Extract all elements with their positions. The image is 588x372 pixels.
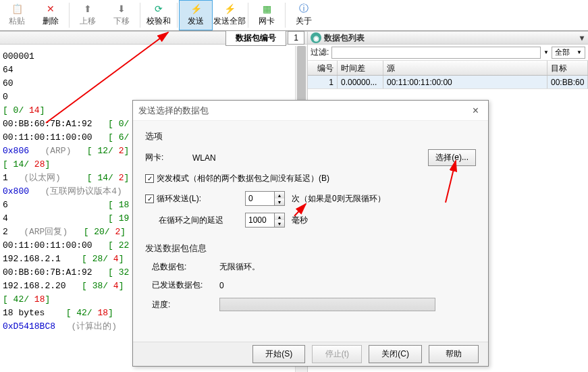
- progress-bar: [219, 298, 435, 311]
- delay-spinner[interactable]: ▲▼: [245, 213, 285, 228]
- nic-label: 网卡:: [145, 152, 192, 163]
- dialog-titlebar: 发送选择的数据包 ×: [133, 101, 488, 121]
- packet-number-label: 数据包编号: [225, 30, 286, 46]
- sendall-label: 发送全部: [213, 16, 246, 27]
- delete-label: 删除: [43, 16, 59, 27]
- send-label: 发送: [188, 16, 204, 27]
- about-button[interactable]: ⓘ关于: [287, 0, 321, 30]
- grid-header: 编号 时间差 源 目标: [308, 61, 588, 76]
- delay-label: 在循环之间的延迟: [145, 215, 245, 226]
- packet-number-value[interactable]: 1: [288, 31, 304, 45]
- about-icon: ⓘ: [298, 3, 310, 14]
- send-dialog: 发送选择的数据包 × 选项 网卡: WLAN 选择(e)... ✓突发模式（相邻…: [132, 100, 489, 367]
- packet-list-title: 数据包列表: [324, 32, 365, 44]
- send-button[interactable]: ⚡发送: [179, 0, 213, 30]
- burst-label: 突发模式（相邻的两个数据包之间没有延迟）(B): [157, 173, 329, 184]
- progress-label: 进度:: [145, 299, 219, 311]
- up-icon: ⬆: [82, 3, 94, 14]
- paste-icon: 📋: [11, 3, 23, 14]
- table-row[interactable]: 1 0.00000... 00:11:00:11:00:00 00:BB:60: [308, 76, 588, 89]
- checksum-button[interactable]: ⟳校验和: [142, 0, 176, 30]
- sent-packets-value: 0: [219, 281, 224, 290]
- col-timediff[interactable]: 时间差: [338, 61, 383, 75]
- filter-input[interactable]: [331, 47, 541, 59]
- hex-line: 000001: [3, 50, 304, 63]
- select-nic-button[interactable]: 选择(e)...: [428, 149, 476, 166]
- filter-bar: 过滤: ▼ 全部▼: [308, 45, 588, 61]
- chevron-down-icon[interactable]: ▾: [576, 33, 588, 43]
- help-button[interactable]: 帮助: [429, 345, 479, 363]
- sent-packets-label: 已发送数据包:: [145, 280, 219, 291]
- moveup-button[interactable]: ⬆上移: [71, 0, 105, 30]
- movedown-button[interactable]: ⬇下移: [105, 0, 138, 30]
- nic-button[interactable]: ▦网卡: [250, 0, 284, 30]
- hex-line: 60: [3, 77, 304, 90]
- delay-input[interactable]: [246, 214, 274, 226]
- close-icon[interactable]: ×: [469, 105, 483, 117]
- sendinfo-section-title: 发送数据包信息: [145, 242, 476, 255]
- sendall-icon: ⚡: [223, 3, 236, 14]
- checksum-icon: ⟳: [153, 3, 165, 14]
- moveup-label: 上移: [80, 16, 96, 27]
- paste-button[interactable]: 📋粘贴: [0, 0, 34, 30]
- cell-time: 0.00000...: [338, 76, 383, 88]
- checksum-label: 校验和: [146, 16, 171, 27]
- paste-label: 粘贴: [9, 16, 25, 27]
- col-number[interactable]: 编号: [308, 61, 338, 75]
- toolbar: 📋粘贴 ✕删除 ⬆上移 ⬇下移 ⟳校验和 ⚡发送 ⚡发送全部 ▦网卡 ⓘ关于: [0, 0, 588, 31]
- list-icon: ◉: [311, 32, 321, 43]
- loop-count-input[interactable]: [246, 192, 274, 205]
- options-section-title: 选项: [145, 130, 476, 142]
- loop-label: 循环发送(L):: [157, 193, 201, 205]
- delay-unit: 毫秒: [292, 215, 308, 226]
- chevron-down-icon[interactable]: ▼: [543, 49, 549, 55]
- packet-list-header: ◉ 数据包列表 ▾: [308, 31, 588, 45]
- total-packets-value: 无限循环。: [219, 261, 260, 273]
- packet-number-bar: 数据包编号 1: [0, 31, 307, 45]
- start-button[interactable]: 开始(S): [252, 345, 305, 363]
- sendall-button[interactable]: ⚡发送全部: [213, 0, 246, 30]
- hex-line: 64: [3, 63, 304, 77]
- loop-count-spinner[interactable]: ▲▼: [245, 191, 285, 206]
- dialog-title: 发送选择的数据包: [138, 105, 209, 117]
- delete-button[interactable]: ✕删除: [34, 0, 68, 30]
- cell-num: 1: [308, 76, 338, 88]
- delete-icon: ✕: [45, 3, 57, 14]
- about-label: 关于: [296, 16, 312, 27]
- filter-scope-dropdown[interactable]: 全部▼: [552, 47, 585, 59]
- cell-dst: 00:BB:60: [547, 76, 588, 88]
- stop-button[interactable]: 停止(t): [312, 345, 362, 363]
- close-button[interactable]: 关闭(C): [369, 345, 422, 363]
- send-icon: ⚡: [190, 3, 202, 14]
- filter-label: 过滤:: [311, 47, 329, 58]
- col-source[interactable]: 源: [383, 61, 547, 75]
- movedown-label: 下移: [113, 16, 130, 27]
- loop-suffix: 次（如果是0则无限循环）: [292, 193, 385, 205]
- nic-value: WLAN: [192, 153, 216, 163]
- col-destination[interactable]: 目标: [547, 61, 588, 75]
- burst-checkbox[interactable]: ✓突发模式（相邻的两个数据包之间没有延迟）(B): [145, 173, 329, 184]
- down-icon: ⬇: [115, 3, 128, 14]
- nic-label: 网卡: [259, 16, 275, 27]
- total-packets-label: 总数据包:: [145, 261, 219, 273]
- loop-checkbox[interactable]: ✓循环发送(L):: [145, 193, 245, 205]
- nic-icon: ▦: [261, 3, 273, 14]
- cell-src: 00:11:00:11:00:00: [383, 76, 547, 88]
